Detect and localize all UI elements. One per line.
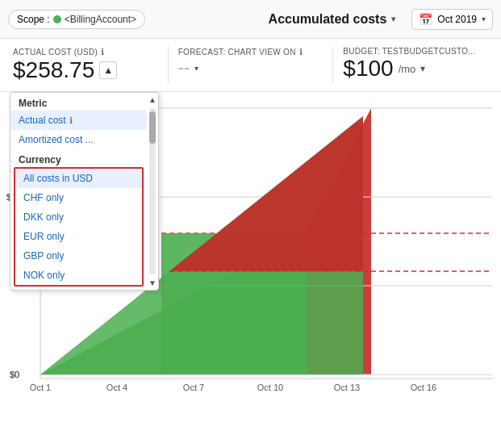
metric-actual-cost[interactable]: Actual cost ℹ xyxy=(10,111,147,130)
actual-cost-value: $258.75 ▲ xyxy=(13,57,158,83)
currency-dkk[interactable]: DKK only xyxy=(15,207,142,227)
actual-cost-label: ACTUAL COST (USD) ℹ xyxy=(13,47,158,57)
metrics-bar: ACTUAL COST (USD) ℹ $258.75 ▲ FORECAST: … xyxy=(0,39,501,92)
currency-eur[interactable]: EUR only xyxy=(15,227,142,246)
metric-currency-dropdown: Metric Actual cost ℹ Amortized cost ... … xyxy=(10,92,159,291)
dropdown-scrollbar: ▲ ▼ xyxy=(147,93,158,290)
actual-cost-option-info-icon: ℹ xyxy=(69,115,73,126)
date-chevron-icon: ▾ xyxy=(482,15,486,23)
chart-title-text: Accumulated costs xyxy=(269,12,387,27)
calendar-icon: 📅 xyxy=(419,13,432,26)
currency-nok[interactable]: NOK only xyxy=(15,266,142,285)
budget-label: BUDGET: TESTBUDGETCUSTO... xyxy=(343,47,488,56)
budget-value: $100 /mo ▾ xyxy=(343,56,488,82)
budget-dropdown-icon[interactable]: ▾ xyxy=(420,63,425,74)
svg-text:Oct 16: Oct 16 xyxy=(411,383,436,392)
forecast-info-icon[interactable]: ℹ xyxy=(299,47,303,57)
forecast-chevron-icon[interactable]: ▾ xyxy=(194,64,198,73)
svg-text:$0: $0 xyxy=(10,370,19,379)
forecast-block: FORECAST: CHART VIEW ON ℹ -- ▾ xyxy=(178,47,324,78)
date-label: Oct 2019 xyxy=(437,14,477,25)
currency-chf[interactable]: CHF only xyxy=(15,188,142,207)
chart-title-chevron[interactable]: ▾ xyxy=(391,15,395,23)
scope-label: Scope : xyxy=(17,14,50,25)
budget-block: BUDGET: TESTBUDGETCUSTO... $100 /mo ▾ xyxy=(343,47,488,82)
currency-gbp[interactable]: GBP only xyxy=(15,246,142,266)
metric-amortized-cost[interactable]: Amortized cost ... xyxy=(10,130,147,149)
divider-2 xyxy=(332,47,333,83)
forecast-label: FORECAST: CHART VIEW ON ℹ xyxy=(178,47,324,57)
currency-section-label: Currency xyxy=(10,149,147,167)
svg-text:Oct 13: Oct 13 xyxy=(334,383,360,392)
actual-cost-option-label: Actual cost xyxy=(19,115,66,126)
metric-section-label: Metric xyxy=(10,93,147,111)
svg-marker-17 xyxy=(169,116,363,271)
divider-1 xyxy=(168,47,169,83)
svg-text:Oct 4: Oct 4 xyxy=(106,383,127,392)
svg-text:Oct 1: Oct 1 xyxy=(30,383,51,392)
top-bar: Scope : <BillingAccount> Accumulated cos… xyxy=(0,0,501,39)
scope-dot xyxy=(53,15,61,23)
scope-account: <BillingAccount> xyxy=(65,14,136,25)
actual-cost-expand-button[interactable]: ▲ xyxy=(99,61,117,79)
currency-usd[interactable]: All costs in USD xyxy=(15,169,142,188)
currency-group: All costs in USD CHF only DKK only EUR o… xyxy=(14,167,144,287)
chart-title-area: Accumulated costs ▾ xyxy=(269,12,396,27)
scope-selector[interactable]: Scope : <BillingAccount> xyxy=(8,10,145,29)
scrollbar-down-arrow[interactable]: ▼ xyxy=(147,276,158,290)
actual-cost-info-icon[interactable]: ℹ xyxy=(101,47,104,57)
scrollbar-thumb[interactable] xyxy=(149,111,156,144)
actual-cost-block: ACTUAL COST (USD) ℹ $258.75 ▲ xyxy=(13,47,158,83)
date-picker-button[interactable]: 📅 Oct 2019 ▾ xyxy=(411,9,493,30)
forecast-value: -- ▾ xyxy=(178,57,324,78)
svg-text:Oct 7: Oct 7 xyxy=(183,383,204,392)
svg-text:Oct 10: Oct 10 xyxy=(257,383,283,392)
amortized-cost-option-label: Amortized cost ... xyxy=(19,134,94,145)
dropdown-inner: Metric Actual cost ℹ Amortized cost ... … xyxy=(10,93,147,290)
chart-and-dropdown-area: $50 $0 $50 $0 xyxy=(0,92,501,423)
scrollbar-up-arrow[interactable]: ▲ xyxy=(147,93,158,107)
